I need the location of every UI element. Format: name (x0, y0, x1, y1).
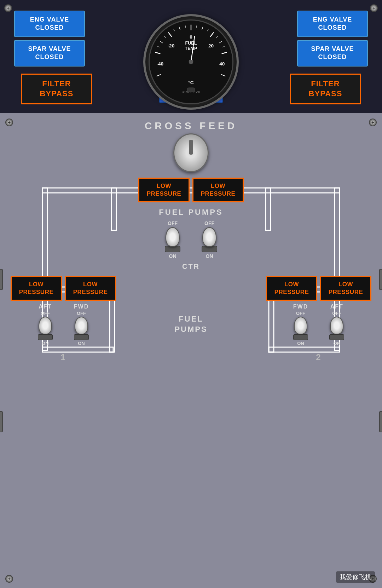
pump-toggle-fwd-1: FWD OFF ON (74, 304, 89, 346)
filter-bypass-left[interactable]: FILTER BYPASS (21, 74, 92, 104)
low-pressure-1-2[interactable]: LOW PRESSURE (65, 276, 116, 301)
pump-toggle-fwd-2-off: OFF (296, 311, 305, 316)
low-pressure-2-2[interactable]: LOW PRESSURE (320, 276, 371, 301)
svg-rect-31 (187, 88, 195, 92)
side-hardware-left2 (0, 411, 3, 432)
svg-text:40: 40 (219, 61, 225, 67)
center-low-pressure-group: LOW PRESSURE LOW PRESSURE (11, 178, 371, 202)
pump-toggle-base-fwd-1 (74, 334, 89, 340)
pump-toggle-fwd-2-on: ON (297, 341, 304, 346)
svg-text:°C: °C (188, 80, 193, 85)
spar-valve-closed-left[interactable]: SPAR VALVE CLOSED (14, 40, 85, 67)
fuel-pumps-center-label: FUEL PUMPS (174, 287, 207, 362)
pump-toggle-base-aft-1 (38, 334, 53, 340)
svg-point-29 (189, 60, 193, 64)
valve-indicators-left: ENG VALVE CLOSED SPAR VALVE CLOSED (14, 11, 85, 67)
svg-text:-20: -20 (168, 43, 175, 48)
toggle-left-on-label: ON (169, 253, 176, 259)
pump-toggle-base-aft-2 (329, 334, 344, 340)
gauge-outer: 0 FUEL TEMP -20 20 -40 (143, 14, 239, 110)
pump-toggles-row-1: AFT OFF ON FWD OFF ON (38, 304, 89, 346)
pump-toggle-fwd-1-on: ON (78, 341, 85, 346)
low-pressure-1-1[interactable]: LOW PRESSURE (11, 276, 62, 301)
pump-toggle-switch-fwd-1[interactable] (75, 317, 88, 334)
side-hardware-left (0, 269, 3, 290)
svg-text:-40: -40 (156, 61, 163, 67)
toggle-left-off-label: OFF (168, 220, 178, 226)
low-pressure-group-1: LOW PRESSURE LOW PRESSURE (11, 276, 116, 301)
bottom-section: CROSS FEED LOW PRESSURE LOW PRESSURE FUE… (0, 113, 382, 588)
pump-toggle-base-fwd-2 (293, 334, 308, 340)
valve-indicators-right: ENG VALVE CLOSED SPAR VALVE CLOSED (297, 11, 368, 67)
section-number-2: 2 (316, 352, 321, 362)
pump-toggle-switch-aft-2[interactable] (330, 317, 343, 334)
svg-text:20: 20 (208, 43, 214, 48)
screw-top-right (370, 4, 378, 12)
pump-toggle-aft-1: AFT OFF ON (38, 304, 53, 346)
svg-text:FUEL: FUEL (185, 41, 197, 46)
ctr-label: CTR (11, 263, 371, 271)
pump-toggle-fwd-2: FWD OFF ON (293, 304, 308, 346)
screw-top-left (4, 4, 12, 12)
gauge-svg: 0 FUEL TEMP -20 20 -40 (150, 21, 232, 103)
pump-toggle-fwd-2-label: FWD (293, 304, 308, 310)
pump-toggle-aft-2-label: AFT (330, 304, 343, 310)
side-hardware-right2 (379, 411, 382, 432)
toggle-right-ctr: OFF ON (202, 220, 217, 259)
pump-toggles-row-2: FWD OFF ON AFT OFF ON (293, 304, 344, 346)
pump-toggle-aft-2-off: OFF (332, 311, 341, 316)
spar-valve-closed-right[interactable]: SPAR VALVE CLOSED (297, 40, 368, 67)
toggle-switch-left[interactable] (166, 227, 180, 247)
fuel-pumps-ctr-label: FUEL PUMPS (11, 208, 371, 217)
filter-bypass-right[interactable]: FILTER BYPASS (290, 74, 361, 104)
crossfeed-knob[interactable] (173, 133, 209, 172)
svg-text:TEMP: TEMP (185, 46, 197, 51)
toggle-right-off-label: OFF (204, 220, 214, 226)
panel-container: ENG VALVE CLOSED SPAR VALVE CLOSED (0, 0, 382, 588)
top-row: ENG VALVE CLOSED SPAR VALVE CLOSED (14, 11, 368, 67)
low-pressure-center-2[interactable]: LOW PRESSURE (192, 178, 244, 202)
ctr-toggle-row: L OFF ON OFF ON R (11, 220, 371, 259)
gauge-face: 0 FUEL TEMP -20 20 -40 (149, 19, 233, 104)
toggle-base-left (165, 246, 180, 252)
watermark: 我爱修飞机 (336, 571, 375, 583)
svg-text:0: 0 (190, 34, 192, 40)
pump-toggle-aft-1-label: AFT (39, 304, 52, 310)
toggle-left-ctr: OFF ON (165, 220, 180, 259)
pump-toggle-aft-2-on: ON (333, 341, 340, 346)
bottom-content: CROSS FEED LOW PRESSURE LOW PRESSURE FUE… (11, 120, 371, 362)
toggle-base-right (202, 246, 217, 252)
pump-toggle-aft-1-on: ON (42, 341, 49, 346)
bottom-fuel-section: LOW PRESSURE LOW PRESSURE AFT OFF (11, 276, 371, 362)
pump-toggle-fwd-1-off: OFF (77, 311, 86, 316)
eng-valve-closed-left[interactable]: ENG VALVE CLOSED (14, 11, 85, 37)
fuel-pump-group-2: LOW PRESSURE LOW PRESSURE FWD OFF (266, 276, 371, 362)
screw-bottom-bl (5, 575, 13, 583)
side-hardware-right (379, 269, 382, 290)
low-pressure-center-1[interactable]: LOW PRESSURE (138, 178, 190, 202)
top-section: ENG VALVE CLOSED SPAR VALVE CLOSED (0, 0, 382, 113)
crossfeed-knob-area (11, 133, 371, 172)
fuel-pump-group-1: LOW PRESSURE LOW PRESSURE AFT OFF (11, 276, 116, 362)
fuel-temp-gauge: 0 FUEL TEMP -20 20 -40 (143, 14, 239, 110)
toggle-switch-right[interactable] (202, 227, 216, 247)
toggle-right-on-label: ON (206, 253, 213, 259)
pump-toggle-fwd-1-label: FWD (74, 304, 89, 310)
pump-toggle-switch-fwd-2[interactable] (294, 317, 307, 334)
low-pressure-group-2: LOW PRESSURE LOW PRESSURE (266, 276, 371, 301)
pump-toggle-aft-2: AFT OFF ON (329, 304, 344, 346)
eng-valve-closed-right[interactable]: ENG VALVE CLOSED (297, 11, 368, 37)
low-pressure-2-1[interactable]: LOW PRESSURE (266, 276, 317, 301)
section-number-1: 1 (60, 352, 66, 362)
pump-toggle-aft-1-off: OFF (41, 311, 50, 316)
crossfeed-label: CROSS FEED (11, 120, 371, 132)
pump-toggle-switch-aft-1[interactable] (39, 317, 52, 334)
